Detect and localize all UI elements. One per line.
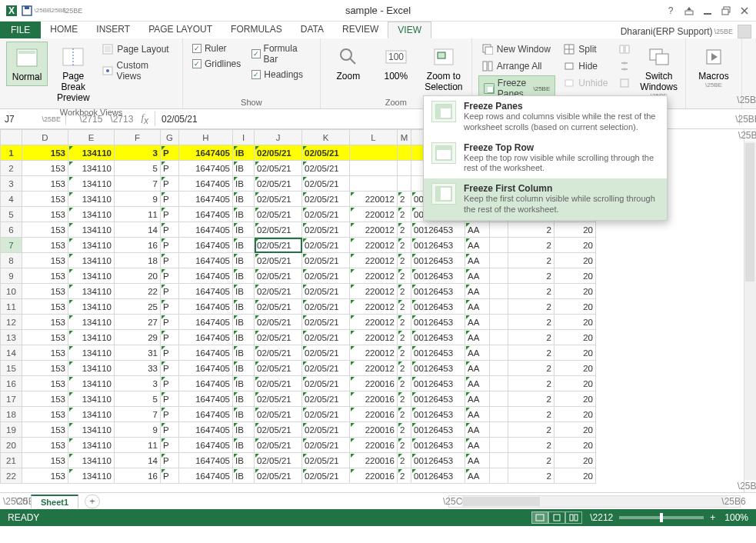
- cell-R12[interactable]: 20: [555, 315, 596, 330]
- cell-P11[interactable]: [490, 299, 508, 315]
- cell-E19[interactable]: 134110: [68, 422, 115, 438]
- zoom-level[interactable]: 100%: [724, 512, 748, 523]
- cell-D20[interactable]: 153: [22, 438, 68, 453]
- cell-G14[interactable]: P: [161, 345, 179, 361]
- macros-button[interactable]: Macros\25BE: [692, 42, 735, 92]
- cell-O13[interactable]: AA: [465, 330, 490, 345]
- cell-H22[interactable]: 1647405: [179, 468, 233, 484]
- cell-N14[interactable]: 00126453: [411, 345, 465, 361]
- cell-I15[interactable]: IB: [233, 361, 255, 376]
- cell-P12[interactable]: [490, 315, 508, 330]
- cell-D2[interactable]: 153: [22, 161, 68, 176]
- cell-I7[interactable]: IB: [233, 238, 255, 253]
- cell-F14[interactable]: 31: [115, 345, 161, 361]
- cell-H10[interactable]: 1647405: [179, 284, 233, 299]
- cell-N7[interactable]: 00126453: [411, 238, 465, 253]
- help-icon[interactable]: ?: [662, 3, 679, 18]
- cell-J6[interactable]: 02/05/21: [255, 222, 302, 238]
- cell-J22[interactable]: 02/05/21: [255, 468, 302, 484]
- cell-I1[interactable]: IB: [233, 145, 255, 161]
- col-header-I[interactable]: I: [233, 130, 255, 145]
- cell-E9[interactable]: 134110: [68, 268, 115, 284]
- cell-O20[interactable]: AA: [465, 438, 490, 453]
- cell-E14[interactable]: 134110: [68, 345, 115, 361]
- cell-L13[interactable]: 220012: [350, 330, 398, 345]
- cell-K13[interactable]: 02/05/21: [302, 330, 350, 345]
- cell-M12[interactable]: 2: [398, 315, 411, 330]
- cell-M21[interactable]: 2: [398, 453, 411, 468]
- cell-D17[interactable]: 153: [22, 391, 68, 407]
- cell-Q19[interactable]: 2: [508, 422, 555, 438]
- cell-Q18[interactable]: 2: [508, 407, 555, 422]
- cell-P9[interactable]: [490, 268, 508, 284]
- cell-Q9[interactable]: 2: [508, 268, 555, 284]
- cell-F1[interactable]: 3: [115, 145, 161, 161]
- freeze-option-freeze-top-row[interactable]: Freeze Top RowKeep the top row visible w…: [424, 138, 667, 179]
- cell-O17[interactable]: AA: [465, 391, 490, 407]
- cell-L22[interactable]: 220016: [350, 468, 398, 484]
- cell-H15[interactable]: 1647405: [179, 361, 233, 376]
- row-header-2[interactable]: 2: [1, 161, 22, 176]
- cell-P6[interactable]: [490, 222, 508, 238]
- row-header-20[interactable]: 20: [1, 438, 22, 453]
- cell-H6[interactable]: 1647405: [179, 222, 233, 238]
- cell-D13[interactable]: 153: [22, 330, 68, 345]
- cell-M2[interactable]: [398, 161, 411, 176]
- cell-G19[interactable]: P: [161, 422, 179, 438]
- gridlines-checkbox[interactable]: Gridlines: [189, 57, 244, 71]
- cell-H7[interactable]: 1647405: [179, 238, 233, 253]
- cell-K2[interactable]: 02/05/21: [302, 161, 350, 176]
- cell-M7[interactable]: 2: [398, 238, 411, 253]
- add-sheet-button[interactable]: +: [85, 495, 100, 508]
- col-header-E[interactable]: E: [68, 130, 115, 145]
- normal-view-toggle[interactable]: [531, 511, 548, 524]
- cell-N17[interactable]: 00126453: [411, 391, 465, 407]
- cell-E22[interactable]: 134110: [68, 468, 115, 484]
- cell-E5[interactable]: 134110: [68, 207, 115, 222]
- cell-I9[interactable]: IB: [233, 268, 255, 284]
- cell-H17[interactable]: 1647405: [179, 391, 233, 407]
- cell-P7[interactable]: [490, 238, 508, 253]
- cell-J13[interactable]: 02/05/21: [255, 330, 302, 345]
- cell-R11[interactable]: 20: [555, 299, 596, 315]
- unhide-button[interactable]: Unhide: [560, 75, 611, 91]
- cell-D6[interactable]: 153: [22, 222, 68, 238]
- sync-scrolling-button[interactable]: [615, 58, 634, 74]
- undo-icon[interactable]: \25BE: [35, 4, 49, 18]
- zoom-button[interactable]: Zoom: [327, 42, 370, 85]
- cell-L15[interactable]: 220012: [350, 361, 398, 376]
- cell-G4[interactable]: P: [161, 192, 179, 207]
- cell-F22[interactable]: 16: [115, 468, 161, 484]
- cell-E12[interactable]: 134110: [68, 315, 115, 330]
- cell-K4[interactable]: 02/05/21: [302, 192, 350, 207]
- ribbon-tab-formulas[interactable]: FORMULAS: [221, 22, 291, 38]
- cell-O15[interactable]: AA: [465, 361, 490, 376]
- col-header-K[interactable]: K: [302, 130, 350, 145]
- cell-L18[interactable]: 220016: [350, 407, 398, 422]
- cell-G3[interactable]: P: [161, 176, 179, 192]
- cell-R21[interactable]: 20: [555, 453, 596, 468]
- cell-D18[interactable]: 153: [22, 407, 68, 422]
- cell-J14[interactable]: 02/05/21: [255, 345, 302, 361]
- reset-window-position-button[interactable]: [615, 75, 634, 91]
- cell-M15[interactable]: 2: [398, 361, 411, 376]
- cell-K22[interactable]: 02/05/21: [302, 468, 350, 484]
- cell-D22[interactable]: 153: [22, 468, 68, 484]
- row-header-8[interactable]: 8: [1, 253, 22, 268]
- cell-I22[interactable]: IB: [233, 468, 255, 484]
- cell-I11[interactable]: IB: [233, 299, 255, 315]
- cell-E15[interactable]: 134110: [68, 361, 115, 376]
- row-header-10[interactable]: 10: [1, 284, 22, 299]
- ribbon-tab-review[interactable]: REVIEW: [333, 22, 388, 38]
- cell-F2[interactable]: 5: [115, 161, 161, 176]
- cell-K1[interactable]: 02/05/21: [302, 145, 350, 161]
- row-header-4[interactable]: 4: [1, 192, 22, 207]
- cell-I10[interactable]: IB: [233, 284, 255, 299]
- cell-O10[interactable]: AA: [465, 284, 490, 299]
- row-header-11[interactable]: 11: [1, 299, 22, 315]
- cell-J17[interactable]: 02/05/21: [255, 391, 302, 407]
- cell-G16[interactable]: P: [161, 376, 179, 391]
- cell-I16[interactable]: IB: [233, 376, 255, 391]
- zoom-slider[interactable]: [619, 516, 704, 519]
- cell-H18[interactable]: 1647405: [179, 407, 233, 422]
